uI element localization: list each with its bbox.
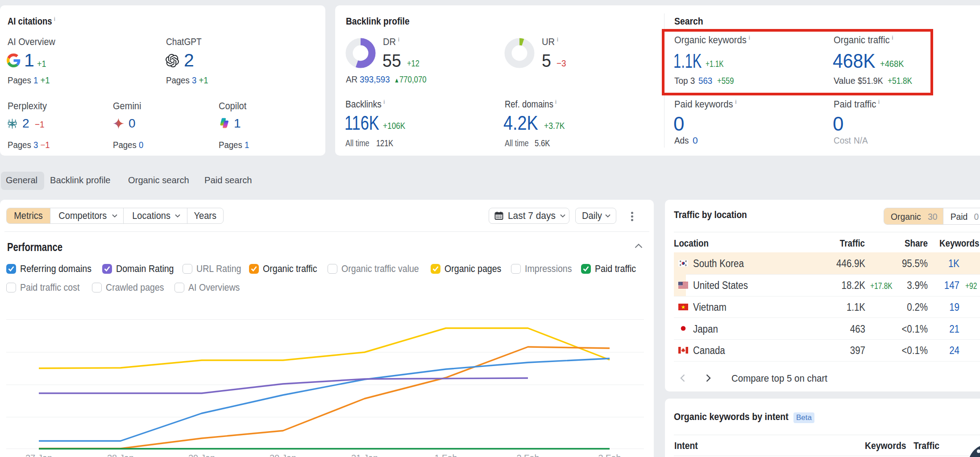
svg-text:27 Jan: 27 Jan bbox=[25, 453, 52, 457]
svg-text:3 Feb: 3 Feb bbox=[598, 453, 621, 457]
svg-text:28 Jan: 28 Jan bbox=[107, 453, 134, 457]
svg-text:29 Jan: 29 Jan bbox=[188, 453, 215, 457]
svg-text:30 Jan: 30 Jan bbox=[270, 453, 296, 457]
svg-text:1 Feb: 1 Feb bbox=[434, 453, 457, 457]
svg-text:2 Feb: 2 Feb bbox=[516, 453, 539, 457]
svg-text:31 Jan: 31 Jan bbox=[351, 453, 378, 457]
